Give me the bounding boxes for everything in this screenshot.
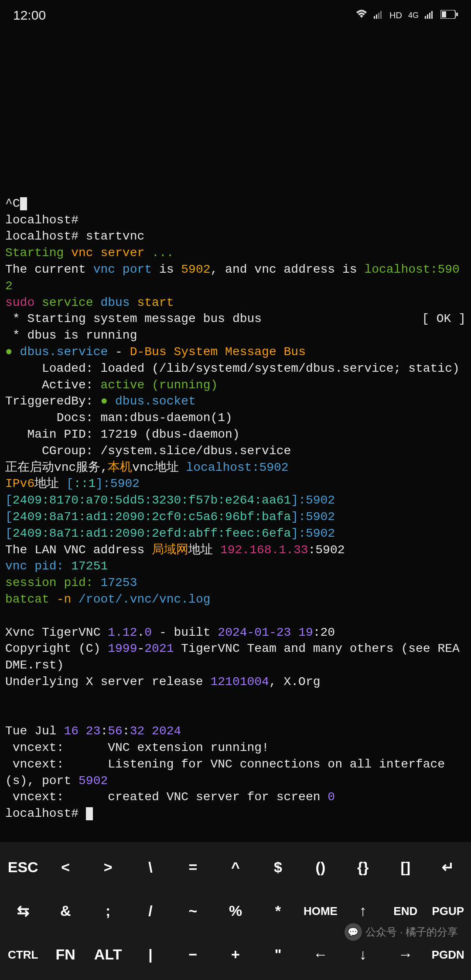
- cursor: [86, 807, 93, 820]
- key-alt[interactable]: ALT: [87, 938, 129, 971]
- key-end[interactable]: END: [384, 896, 427, 926]
- status-time: 12:00: [13, 8, 46, 23]
- line: ● dbus.service - D-Bus System Message Bu…: [5, 345, 306, 359]
- key-semicolon[interactable]: ;: [87, 894, 129, 928]
- key-brackets[interactable]: []: [384, 850, 427, 884]
- line: Active: active (running): [5, 378, 218, 392]
- svg-rect-0: [374, 16, 375, 19]
- svg-rect-2: [378, 13, 379, 19]
- line: localhost#: [5, 213, 78, 227]
- battery-icon: [440, 9, 458, 21]
- key-dollar[interactable]: $: [257, 850, 299, 884]
- key-percent[interactable]: %: [214, 894, 256, 928]
- signal-icon: [374, 9, 383, 21]
- key-braces[interactable]: {}: [342, 850, 384, 884]
- key-tab[interactable]: ⇆: [2, 894, 44, 928]
- watermark: 💬 公众号 · 橘子的分享: [345, 923, 458, 941]
- key-left[interactable]: ←: [299, 938, 341, 971]
- blank: [5, 609, 13, 623]
- key-parens[interactable]: (): [299, 850, 341, 884]
- key-pgup[interactable]: PGUP: [427, 896, 469, 926]
- key-minus[interactable]: −: [172, 938, 214, 971]
- line: Underlying X server release 12101004, X.…: [5, 675, 321, 689]
- line: [2409:8a71:ad1:2090:2efd:abff:feec:6efa]…: [5, 527, 335, 540]
- key-equals[interactable]: =: [172, 850, 214, 884]
- key-right[interactable]: →: [384, 938, 427, 971]
- key-backslash[interactable]: \: [129, 850, 171, 884]
- key-down[interactable]: ↓: [342, 938, 384, 971]
- svg-rect-3: [380, 11, 382, 19]
- key-amp[interactable]: &: [44, 894, 86, 928]
- key-gt[interactable]: >: [87, 850, 129, 884]
- key-plus[interactable]: +: [214, 938, 256, 971]
- status-icons: HD 4G: [355, 9, 458, 21]
- key-tilde[interactable]: ~: [172, 894, 214, 928]
- key-ctrl[interactable]: CTRL: [2, 940, 44, 970]
- signal2-icon: [425, 9, 434, 21]
- key-caret[interactable]: ^: [214, 850, 256, 884]
- status-bar: 12:00 HD 4G: [0, 0, 471, 31]
- line: vncext: created VNC server for screen 0: [5, 790, 335, 804]
- svg-rect-5: [427, 14, 428, 19]
- line: Loaded: loaded (/lib/systemd/system/dbus…: [5, 362, 460, 375]
- key-row-1: ESC < > \ = ^ $ () {} [] ↵: [2, 846, 469, 889]
- key-pipe[interactable]: |: [129, 938, 171, 971]
- key-quote[interactable]: ": [257, 938, 299, 971]
- line: vncext: VNC extension running!: [5, 741, 269, 754]
- line: [2409:8a71:ad1:2090:2cf0:c5a6:96bf:bafa]…: [5, 510, 335, 524]
- svg-rect-9: [442, 11, 446, 17]
- line: localhost# startvnc: [5, 230, 144, 243]
- line: TriggeredBy: ● dbus.socket: [5, 394, 196, 408]
- line: * Starting system message bus dbus[ OK ]: [5, 311, 466, 327]
- line: session pid: 17253: [5, 576, 137, 589]
- line: IPv6地址 [::1]:5902: [5, 477, 140, 490]
- line: vncext: Listening for VNC connections on…: [5, 757, 445, 788]
- line: [2409:8170:a70:5dd5:3230:f57b:e264:aa61]…: [5, 493, 335, 507]
- line: CGroup: /system.slice/dbus.service: [5, 444, 291, 458]
- blank: [5, 692, 13, 705]
- line: sudo service dbus start: [5, 296, 174, 309]
- line: batcat -n /root/.vnc/vnc.log: [5, 593, 211, 606]
- wechat-icon: 💬: [345, 923, 362, 941]
- line: Docs: man:dbus-daemon(1): [5, 411, 232, 425]
- svg-rect-1: [376, 14, 377, 19]
- line: * dbus is running: [5, 329, 137, 342]
- key-asterisk[interactable]: *: [257, 894, 299, 928]
- line: Main PID: 17219 (dbus-daemon): [5, 428, 240, 441]
- svg-rect-10: [456, 13, 458, 16]
- line: Xvnc TigerVNC 1.12.0 - built 2024-01-23 …: [5, 626, 335, 639]
- network-label: 4G: [408, 11, 419, 20]
- line: 正在启动vnc服务,本机vnc地址 localhost:5902: [5, 461, 289, 474]
- line: The LAN VNC address 局域网地址 192.168.1.33:5…: [5, 543, 345, 557]
- extra-keys-row: ESC < > \ = ^ $ () {} [] ↵ ⇆ & ; / ~ % *…: [0, 842, 471, 980]
- svg-rect-4: [425, 16, 426, 19]
- key-esc[interactable]: ESC: [2, 850, 44, 884]
- line: The current vnc port is 5902, and vnc ad…: [5, 263, 460, 293]
- line: vnc pid: 17251: [5, 559, 108, 573]
- svg-rect-6: [429, 13, 430, 19]
- key-enter[interactable]: ↵: [427, 850, 469, 884]
- hd-icon: HD: [389, 10, 402, 21]
- line: Copyright (C) 1999-2021 TigerVNC Team an…: [5, 642, 460, 672]
- line: Starting vnc server ...: [5, 246, 174, 260]
- terminal-output[interactable]: ^C localhost# localhost# startvnc Starti…: [0, 179, 471, 822]
- line: ^C: [5, 197, 27, 210]
- key-home[interactable]: HOME: [299, 896, 341, 926]
- key-fn[interactable]: FN: [44, 938, 86, 971]
- key-pgdn[interactable]: PGDN: [427, 940, 469, 970]
- key-slash[interactable]: /: [129, 894, 171, 928]
- watermark-text: 公众号 · 橘子的分享: [365, 925, 458, 939]
- line: Tue Jul 16 23:56:32 2024: [5, 724, 181, 738]
- blank: [5, 708, 13, 722]
- line: localhost#: [5, 807, 93, 820]
- key-lt[interactable]: <: [44, 850, 86, 884]
- svg-rect-7: [431, 11, 433, 19]
- wifi-icon: [355, 9, 368, 21]
